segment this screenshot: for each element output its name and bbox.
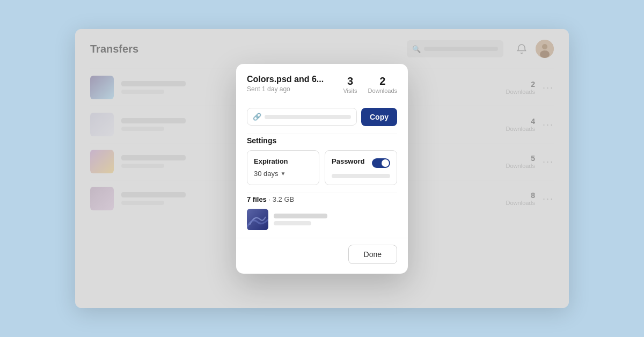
link-section: 🔗 Copy bbox=[236, 100, 408, 134]
files-size-value: 3.2 GB bbox=[273, 195, 294, 203]
modal-title-section: Colors.psd and 6... Sent 1 day ago bbox=[247, 75, 334, 93]
copy-button[interactable]: Copy bbox=[361, 108, 397, 126]
link-value-bar bbox=[265, 115, 351, 119]
password-toggle[interactable] bbox=[372, 158, 390, 168]
password-card: Password bbox=[325, 150, 397, 185]
downloads-label: Downloads bbox=[368, 87, 397, 94]
expiration-value: 30 days bbox=[254, 170, 279, 178]
link-input-wrapper[interactable]: 🔗 bbox=[247, 108, 357, 126]
modal-subtitle: Sent 1 day ago bbox=[247, 85, 334, 93]
expiration-label: Expiration bbox=[254, 157, 312, 165]
settings-cards: Expiration 30 days ▼ Password bbox=[247, 150, 397, 185]
files-section: 7 files · 3.2 GB bbox=[236, 193, 408, 238]
file-sub-bar bbox=[274, 221, 311, 225]
settings-label: Settings bbox=[247, 136, 397, 145]
file-thumbnail bbox=[247, 209, 268, 230]
modal-header: Colors.psd and 6... Sent 1 day ago 3 Vis… bbox=[236, 64, 408, 100]
visits-stat: 3 Visits bbox=[343, 75, 357, 94]
svg-rect-4 bbox=[247, 209, 268, 230]
files-header: 7 files · 3.2 GB bbox=[247, 195, 397, 203]
password-label: Password bbox=[332, 157, 364, 165]
expiration-card: Expiration 30 days ▼ bbox=[247, 150, 319, 185]
modal-overlay: Colors.psd and 6... Sent 1 day ago 3 Vis… bbox=[75, 29, 569, 308]
password-value-bar bbox=[332, 174, 390, 178]
files-count: 7 files bbox=[247, 195, 267, 203]
modal-title: Colors.psd and 6... bbox=[247, 75, 334, 84]
expiration-select[interactable]: 30 days ▼ bbox=[254, 170, 312, 178]
files-size: · bbox=[268, 195, 272, 203]
app-background: Transfers 🔍 bbox=[75, 29, 569, 308]
toggle-knob bbox=[382, 159, 389, 167]
file-info bbox=[274, 214, 327, 225]
share-modal: Colors.psd and 6... Sent 1 day ago 3 Vis… bbox=[236, 64, 408, 274]
visits-label: Visits bbox=[343, 87, 357, 94]
modal-stats: 3 Visits 2 Downloads bbox=[343, 75, 397, 94]
modal-footer: Done bbox=[236, 238, 408, 274]
downloads-value: 2 bbox=[368, 75, 397, 87]
done-button[interactable]: Done bbox=[348, 245, 397, 264]
downloads-stat: 2 Downloads bbox=[368, 75, 397, 94]
settings-section: Settings Expiration 30 days ▼ Password bbox=[236, 134, 408, 193]
visits-value: 3 bbox=[343, 75, 357, 87]
file-item bbox=[247, 209, 397, 230]
file-name-bar bbox=[274, 214, 327, 218]
password-card-header: Password bbox=[332, 157, 390, 170]
chevron-down-icon: ▼ bbox=[281, 171, 286, 177]
link-icon: 🔗 bbox=[253, 113, 261, 121]
